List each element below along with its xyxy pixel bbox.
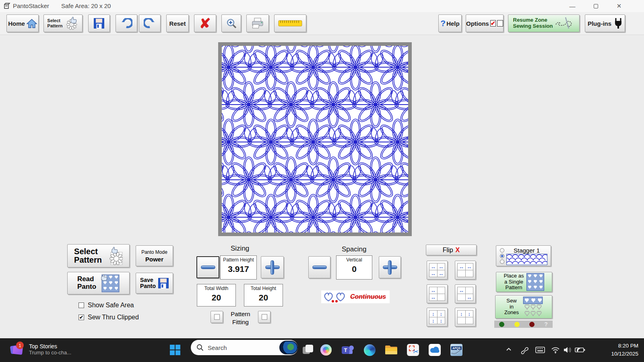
pattern-height-field[interactable]: Pattern Height 3.917 — [220, 255, 257, 280]
save-button[interactable] — [88, 14, 110, 32]
sizing-title: Sizing — [231, 245, 249, 253]
redo-button[interactable] — [139, 14, 161, 32]
select-pattern-icon — [65, 16, 78, 30]
flip-grid-icon: ↔↔↔↔ — [429, 263, 445, 277]
main-toolbar: Home SelectPattern Reset ✘ — [0, 12, 644, 35]
save-panto-button[interactable]: SavePanto — [136, 273, 173, 294]
stagger-radio-1[interactable] — [500, 248, 504, 253]
place-single-pattern-button[interactable]: Place asa SinglePattern — [496, 272, 552, 292]
panto-mode-button[interactable]: Panto Mode Power — [136, 245, 173, 266]
redo-icon — [144, 18, 156, 29]
delete-button[interactable]: ✘ — [194, 14, 216, 32]
pattern-fitting-right-button[interactable] — [258, 311, 270, 323]
plus-icon — [265, 260, 280, 275]
onedrive-icon — [429, 344, 441, 356]
restore-icon — [594, 4, 598, 8]
vertical-spacing-field[interactable]: Vertical 0 — [336, 255, 372, 280]
close-button[interactable]: ✕ — [610, 0, 628, 12]
zone-dot-yellow[interactable] — [514, 322, 520, 327]
options-checkbox-empty[interactable] — [497, 20, 503, 27]
flip-v-top-button[interactable]: ↕↕ — [455, 308, 476, 327]
minimize-button[interactable]: — — [563, 0, 582, 12]
select-pattern-button[interactable]: SelectPattern — [43, 14, 83, 32]
search-icon — [196, 344, 204, 351]
help-label: Help — [446, 20, 460, 27]
safe-area-label: Safe Area: 20 x 20 — [61, 2, 111, 9]
restore-button[interactable] — [586, 0, 605, 12]
stagger-label: Stagger 1 — [514, 247, 540, 254]
touch-keyboard-icon — [535, 346, 545, 354]
edge-button[interactable] — [363, 343, 376, 357]
flip-grid-icon: ↕↕↕↕ — [429, 310, 445, 324]
ruler-button[interactable] — [274, 14, 306, 32]
tray-pen-button[interactable] — [520, 346, 529, 357]
vertical-plus-button[interactable] — [379, 256, 401, 278]
tray-volume-button[interactable] — [563, 346, 572, 355]
options-checkbox-checked[interactable]: ✔ — [490, 20, 496, 27]
tray-battery-button[interactable] — [575, 346, 585, 355]
show-safe-area-label: Show Safe Area — [88, 302, 134, 309]
flip-label: Flip — [443, 247, 453, 254]
sew-thru-clipped-checkbox[interactable]: ✔ Sew Thru Clipped — [78, 314, 139, 321]
vertical-minus-button[interactable] — [308, 256, 330, 278]
pattern-fitting-left-button[interactable] — [211, 311, 223, 323]
show-safe-area-checkbox[interactable]: Show Safe Area — [78, 302, 134, 309]
flip-h-diagonal-button[interactable]: ↔↔ — [455, 284, 476, 303]
apqs-app-icon: APQS — [450, 344, 462, 356]
zone-dot-red[interactable] — [529, 322, 535, 327]
minus-icon — [312, 265, 327, 269]
flip-h-all-button[interactable]: ↔↔↔↔ — [427, 261, 448, 280]
file-explorer-button[interactable] — [384, 343, 398, 357]
search-box[interactable]: Search — [191, 340, 298, 355]
search-highlight-globe[interactable] — [279, 341, 298, 354]
widgets-button[interactable]: 1 Top Stories Trump to co-cha... — [10, 341, 71, 357]
tray-keyboard-button[interactable] — [535, 346, 545, 355]
taskbar-clock[interactable]: 8:20 PM 10/12/2025 — [611, 342, 638, 358]
plug-icon — [614, 18, 622, 29]
select-pattern-main-label: SelectPattern — [74, 247, 102, 264]
flip-h-left-button[interactable]: ↔↔ — [427, 284, 448, 303]
help-button[interactable]: ? Help — [438, 14, 462, 32]
copilot-icon — [320, 344, 332, 356]
flip-h-top-button[interactable]: ↔↔ — [455, 261, 476, 280]
edge-icon — [364, 344, 376, 356]
zoom-button[interactable] — [221, 14, 241, 32]
zone-help-icon[interactable]: ? — [544, 321, 548, 327]
pattern-canvas[interactable] — [218, 42, 412, 236]
widgets-icon: 1 — [10, 341, 24, 357]
undo-button[interactable] — [116, 14, 137, 32]
home-button[interactable]: Home — [6, 14, 39, 32]
select-pattern-main-button[interactable]: SelectPattern — [67, 244, 130, 267]
sew-in-zones-button[interactable]: SewinZones — [495, 295, 552, 319]
flip-button[interactable]: Flip X — [426, 245, 477, 255]
zone-dot-green[interactable] — [499, 322, 504, 327]
total-width-field[interactable]: Total Width 20 — [197, 284, 236, 306]
reset-button[interactable]: Reset — [166, 14, 189, 32]
onedrive-button[interactable] — [428, 343, 442, 357]
vertical-label: Vertical — [336, 257, 372, 263]
total-height-field[interactable]: Total Height 20 — [244, 284, 283, 306]
stagger-button[interactable]: Stagger 1 — [496, 245, 551, 266]
flip-v-all-button[interactable]: ↕↕↕↕ — [427, 308, 448, 327]
stagger-radio-2[interactable] — [500, 254, 504, 258]
pattern-height-minus-button[interactable] — [196, 256, 219, 278]
pattern-height-plus-button[interactable] — [261, 256, 284, 278]
tray-chevron-button[interactable] — [506, 346, 512, 354]
title-bar: PantoStacker Safe Area: 20 x 20 — ✕ — [0, 0, 644, 12]
snipping-tool-button[interactable]: ✂ — [406, 343, 420, 357]
apqs-app-button[interactable]: APQS — [450, 343, 463, 357]
plugins-button[interactable]: Plug-ins — [585, 14, 625, 32]
select-pattern-label: SelectPattern — [47, 18, 63, 28]
show-safe-area-box[interactable] — [78, 302, 84, 308]
options-button[interactable]: Options ✔ — [466, 14, 504, 32]
copilot-button[interactable] — [319, 343, 333, 357]
resume-zone-button[interactable]: Resume ZoneSewing Session — [508, 14, 580, 32]
teams-button[interactable]: T — [341, 343, 355, 357]
start-button[interactable] — [168, 343, 182, 357]
tray-wifi-button[interactable] — [551, 346, 560, 355]
task-view-button[interactable] — [301, 343, 315, 357]
stagger-radio-3[interactable] — [500, 259, 504, 264]
print-button[interactable] — [246, 14, 269, 32]
read-panto-button[interactable]: ReadPanto — [67, 272, 130, 294]
sew-thru-clipped-box[interactable]: ✔ — [78, 315, 84, 320]
